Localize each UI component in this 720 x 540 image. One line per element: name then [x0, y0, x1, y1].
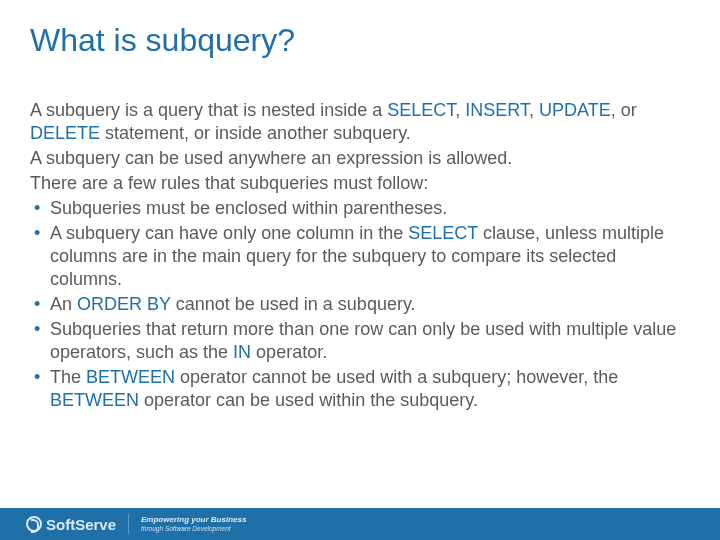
list-item: An ORDER BY cannot be used in a subquery… [30, 293, 690, 316]
text: Subqueries that return more than one row… [50, 319, 676, 362]
slide-title: What is subquery? [30, 22, 690, 59]
text: cannot be used in a subquery. [171, 294, 416, 314]
text: operator cannot be used with a subquery;… [175, 367, 618, 387]
footer-divider [128, 514, 129, 534]
keyword-insert: INSERT [465, 100, 529, 120]
footer-tagline: Empowering your Business through Softwar… [141, 516, 246, 532]
list-item: The BETWEEN operator cannot be used with… [30, 366, 690, 412]
footer-bar: SoftServe Empowering your Business throu… [0, 508, 720, 540]
text: statement, or inside another subquery. [100, 123, 411, 143]
logo-icon [26, 516, 42, 532]
text: operator can be used within the subquery… [139, 390, 478, 410]
paragraph-2: A subquery can be used anywhere an expre… [30, 147, 690, 170]
list-item: Subqueries that return more than one row… [30, 318, 690, 364]
keyword-orderby: ORDER BY [77, 294, 171, 314]
tagline-line-2: through Software Development [141, 525, 246, 532]
slide-body: A subquery is a query that is nested ins… [30, 99, 690, 412]
keyword-update: UPDATE [539, 100, 611, 120]
text: A subquery is a query that is nested ins… [30, 100, 387, 120]
text: An [50, 294, 77, 314]
paragraph-1: A subquery is a query that is nested ins… [30, 99, 690, 145]
keyword-delete: DELETE [30, 123, 100, 143]
text: , [455, 100, 465, 120]
text: The [50, 367, 86, 387]
tagline-line-1: Empowering your Business [141, 516, 246, 525]
text: A subquery can have only one column in t… [50, 223, 408, 243]
keyword-between: BETWEEN [50, 390, 139, 410]
keyword-between: BETWEEN [86, 367, 175, 387]
brand-logo: SoftServe [26, 516, 116, 533]
slide: What is subquery? A subquery is a query … [0, 0, 720, 412]
keyword-in: IN [233, 342, 251, 362]
text: , or [611, 100, 637, 120]
paragraph-3: There are a few rules that subqueries mu… [30, 172, 690, 195]
text: operator. [251, 342, 327, 362]
rules-list: Subqueries must be enclosed within paren… [30, 197, 690, 412]
keyword-select: SELECT [387, 100, 455, 120]
text: , [529, 100, 539, 120]
brand-name: SoftServe [46, 516, 116, 533]
list-item: Subqueries must be enclosed within paren… [30, 197, 690, 220]
text: Subqueries must be enclosed within paren… [50, 198, 447, 218]
keyword-select: SELECT [408, 223, 478, 243]
list-item: A subquery can have only one column in t… [30, 222, 690, 291]
